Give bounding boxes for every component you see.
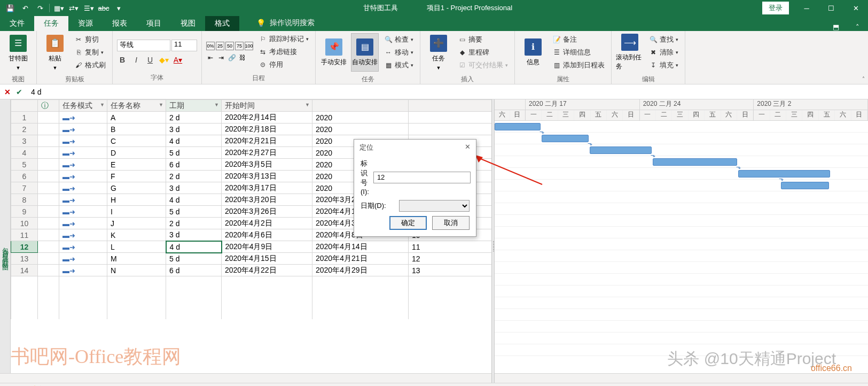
fill-color-button[interactable]: ◆▾ xyxy=(159,56,169,64)
new-task-button[interactable]: ➕ 任务▼ xyxy=(425,33,452,72)
col-header-end[interactable] xyxy=(312,100,409,112)
extra-cell[interactable]: 13 xyxy=(409,265,494,276)
row-header[interactable]: 1 xyxy=(11,112,38,123)
gantt-bar[interactable] xyxy=(738,170,830,177)
login-button[interactable]: 登录 xyxy=(762,2,789,14)
start-cell[interactable]: 2020年3月26日 xyxy=(222,206,312,218)
tab-report[interactable]: 报表 xyxy=(103,16,137,31)
gantt-chart-pane[interactable]: 六日2020 二月 17一二三四五六日2020 二月 24一二三四五六日2020… xyxy=(495,99,868,383)
inspect-button[interactable]: 🔍检查▾ xyxy=(382,34,416,45)
tab-project[interactable]: 项目 xyxy=(137,16,171,31)
duration-cell[interactable]: 2 d xyxy=(166,112,222,123)
cut-button[interactable]: ✂剪切 xyxy=(72,34,108,45)
start-cell[interactable]: 2020年4月9日 xyxy=(222,241,312,253)
date-select[interactable] xyxy=(399,200,470,212)
auto-schedule-button[interactable]: ▤ 自动安排 xyxy=(351,33,379,72)
end-cell[interactable]: 2020 xyxy=(312,112,409,123)
name-cell[interactable]: C xyxy=(107,135,166,147)
start-cell[interactable]: 2020年4月6日 xyxy=(222,229,312,241)
tell-me-search[interactable]: 💡 操作说明搜索 xyxy=(250,15,321,31)
info-cell[interactable] xyxy=(38,206,59,218)
minimize-button[interactable]: ─ xyxy=(794,0,819,16)
notes-button[interactable]: 📝备注 xyxy=(550,34,607,45)
extra-cell[interactable]: 11 xyxy=(409,241,494,253)
name-cell[interactable]: E xyxy=(107,159,166,171)
id-input[interactable] xyxy=(373,172,471,183)
cancel-button[interactable]: 取消 xyxy=(432,216,470,230)
col-header-duration[interactable]: 工期▼ xyxy=(166,100,222,112)
row-header[interactable]: 9 xyxy=(11,206,38,218)
undo-icon[interactable]: ↶ xyxy=(19,2,31,14)
row-header[interactable]: 6 xyxy=(11,171,38,182)
start-cell[interactable]: 2020年2月21日 xyxy=(222,135,312,147)
gantt-bars-area[interactable]: ⬎⬎⬎⬎⬎ xyxy=(495,121,868,377)
link-icon[interactable]: 🔗 xyxy=(228,53,236,62)
extra-cell[interactable]: 12 xyxy=(409,253,494,265)
extra-cell[interactable] xyxy=(409,123,494,135)
start-cell[interactable]: 2020年2月14日 xyxy=(222,112,312,123)
view-sidebar-label[interactable]: 包含日程表的甘特图 xyxy=(0,99,11,383)
name-cell[interactable]: H xyxy=(107,194,166,206)
mode-cell[interactable]: ▬➜ xyxy=(59,123,107,135)
milestone-button[interactable]: ◆里程碑 xyxy=(456,47,510,58)
indent-icon[interactable]: ⇥ xyxy=(217,53,225,62)
outdent-icon[interactable]: ⇤ xyxy=(206,53,215,62)
name-cell[interactable]: L xyxy=(107,241,166,253)
mode-cell[interactable]: ▬➜ xyxy=(59,253,107,265)
info-cell[interactable] xyxy=(38,135,59,147)
duration-cell[interactable]: 5 d xyxy=(166,147,222,159)
duration-cell[interactable]: 5 d xyxy=(166,206,222,218)
name-cell[interactable]: I xyxy=(107,206,166,218)
close-button[interactable]: ✕ xyxy=(843,0,868,16)
gantt-bar[interactable] xyxy=(781,182,829,189)
info-cell[interactable] xyxy=(38,229,59,241)
row-header[interactable]: 8 xyxy=(11,194,38,206)
redo-icon[interactable]: ↷ xyxy=(34,2,46,14)
confirm-edit-icon[interactable]: ✔ xyxy=(16,88,22,96)
end-cell[interactable]: 2020年4月21日 xyxy=(312,253,409,265)
col-header-extra[interactable] xyxy=(409,100,494,112)
add-timeline-button[interactable]: ▥添加到日程表 xyxy=(550,59,607,71)
paste-button[interactable]: 📋 粘贴▼ xyxy=(41,33,69,72)
info-cell[interactable] xyxy=(38,123,59,135)
cancel-edit-icon[interactable]: ✕ xyxy=(4,88,11,96)
duration-cell[interactable]: 3 d xyxy=(166,229,222,241)
start-cell[interactable]: 2020年2月27日 xyxy=(222,147,312,159)
info-cell[interactable] xyxy=(38,171,59,182)
mode-cell[interactable]: ▬➜ xyxy=(59,206,107,218)
pct100-icon[interactable]: 100 xyxy=(245,42,253,50)
duration-cell[interactable]: 3 d xyxy=(166,123,222,135)
row-header[interactable]: 5 xyxy=(11,159,38,171)
mode-cell[interactable]: ▬➜ xyxy=(59,218,107,229)
name-cell[interactable]: F xyxy=(107,171,166,182)
italic-button[interactable]: I xyxy=(131,56,142,64)
col-header-mode[interactable]: 任务模式▼ xyxy=(59,100,107,112)
collapse-ribbon-caret[interactable]: ˄ xyxy=(862,76,865,82)
gantt-bar[interactable] xyxy=(590,146,652,154)
info-cell[interactable] xyxy=(38,218,59,229)
gantt-bar[interactable] xyxy=(495,123,541,130)
copy-button[interactable]: ⎘复制▾ xyxy=(72,47,108,58)
font-size-select[interactable]: 11 xyxy=(171,40,197,51)
start-cell[interactable]: 2020年3月17日 xyxy=(222,182,312,194)
mode-cell[interactable]: ▬➜ xyxy=(59,265,107,276)
mode-cell[interactable]: ▬➜ xyxy=(59,112,107,123)
entry-value[interactable]: 4 d xyxy=(28,87,864,97)
format-painter-button[interactable]: 🖌格式刷 xyxy=(72,59,108,71)
row-header[interactable]: 14 xyxy=(11,265,38,276)
mode-cell[interactable]: ▬➜ xyxy=(59,194,107,206)
duration-cell[interactable]: 2 d xyxy=(166,218,222,229)
info-cell[interactable] xyxy=(38,112,59,123)
info-button[interactable]: ℹ 信息 xyxy=(519,33,547,72)
extra-cell[interactable] xyxy=(409,112,494,123)
qat-table-icon[interactable]: ▦▾ xyxy=(53,2,65,14)
name-cell[interactable]: K xyxy=(107,229,166,241)
ribbon-display-icon[interactable]: ⬒ xyxy=(825,23,847,31)
info-cell[interactable] xyxy=(38,241,59,253)
tab-file[interactable]: 文件 xyxy=(0,16,34,31)
row-header[interactable]: 2 xyxy=(11,123,38,135)
duration-cell[interactable]: 3 d xyxy=(166,182,222,194)
col-header-name[interactable]: 任务名称▼ xyxy=(107,100,166,112)
row-header[interactable]: 10 xyxy=(11,218,38,229)
mode-cell[interactable]: ▬➜ xyxy=(59,182,107,194)
